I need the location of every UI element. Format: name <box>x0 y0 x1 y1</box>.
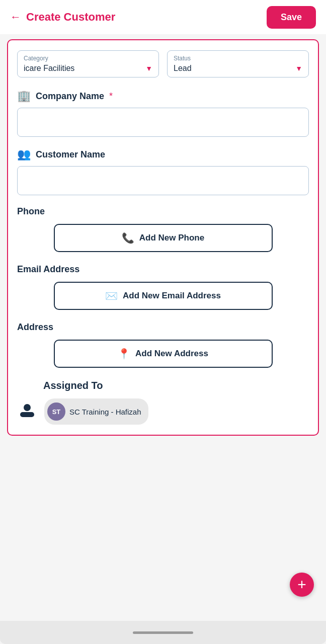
dropdowns-row: Category icare Facilities ▼ Status Lead … <box>17 50 309 77</box>
phone-icon: 📞 <box>122 232 134 244</box>
location-icon: 📍 <box>118 348 130 360</box>
required-indicator: * <box>109 91 113 102</box>
assignee-name: SC Training - Hafizah <box>69 408 141 416</box>
category-value: icare Facilities <box>24 64 74 73</box>
add-address-button[interactable]: 📍 Add New Address <box>54 340 273 368</box>
assigned-to-section: Assigned To ST SC Training - Hafizah <box>17 380 309 425</box>
back-button[interactable]: ← <box>10 11 21 24</box>
customer-name-section: 👥 Customer Name <box>17 148 309 161</box>
save-button[interactable]: Save <box>267 6 316 29</box>
assigned-person-icon <box>17 402 37 422</box>
bottom-bar <box>0 621 326 644</box>
category-label: Category <box>24 55 152 62</box>
email-section-label: Email Address <box>17 264 309 275</box>
company-name-label: Company Name <box>36 91 104 102</box>
add-phone-label: Add New Phone <box>139 233 204 243</box>
header-left: ← Create Customer <box>10 11 115 24</box>
assigned-row: ST SC Training - Hafizah <box>17 398 309 425</box>
company-name-input[interactable] <box>17 108 309 137</box>
add-email-button[interactable]: ✉️ Add New Email Address <box>54 282 273 310</box>
add-address-label: Add New Address <box>135 349 208 359</box>
header: ← Create Customer Save <box>0 0 326 34</box>
company-name-section: 🏢 Company Name * <box>17 90 309 103</box>
avatar: ST <box>47 403 65 421</box>
bottom-bar-indicator <box>133 631 193 634</box>
status-arrow-icon: ▼ <box>295 64 302 72</box>
fab-add-button[interactable]: + <box>290 573 314 597</box>
form-container: Category icare Facilities ▼ Status Lead … <box>7 39 319 436</box>
status-dropdown[interactable]: Status Lead ▼ <box>167 50 309 77</box>
status-label: Status <box>174 55 302 62</box>
email-icon: ✉️ <box>105 290 118 302</box>
category-arrow-icon: ▼ <box>145 64 152 72</box>
building-icon: 🏢 <box>17 90 31 103</box>
status-value: Lead <box>174 64 192 73</box>
phone-section-label: Phone <box>17 206 309 217</box>
category-value-row: icare Facilities ▼ <box>24 64 152 73</box>
status-value-row: Lead ▼ <box>174 64 302 73</box>
customer-name-input[interactable] <box>17 166 309 195</box>
add-email-label: Add New Email Address <box>123 291 221 301</box>
page-title: Create Customer <box>26 11 115 24</box>
assigned-chip[interactable]: ST SC Training - Hafizah <box>44 398 148 425</box>
svg-point-1 <box>24 404 31 411</box>
customer-name-label: Customer Name <box>36 149 105 160</box>
category-dropdown[interactable]: Category icare Facilities ▼ <box>17 50 159 77</box>
address-section-label: Address <box>17 322 309 333</box>
add-phone-button[interactable]: 📞 Add New Phone <box>54 224 273 252</box>
svg-rect-0 <box>20 412 34 417</box>
people-icon: 👥 <box>17 148 31 161</box>
assigned-to-label: Assigned To <box>43 380 309 391</box>
